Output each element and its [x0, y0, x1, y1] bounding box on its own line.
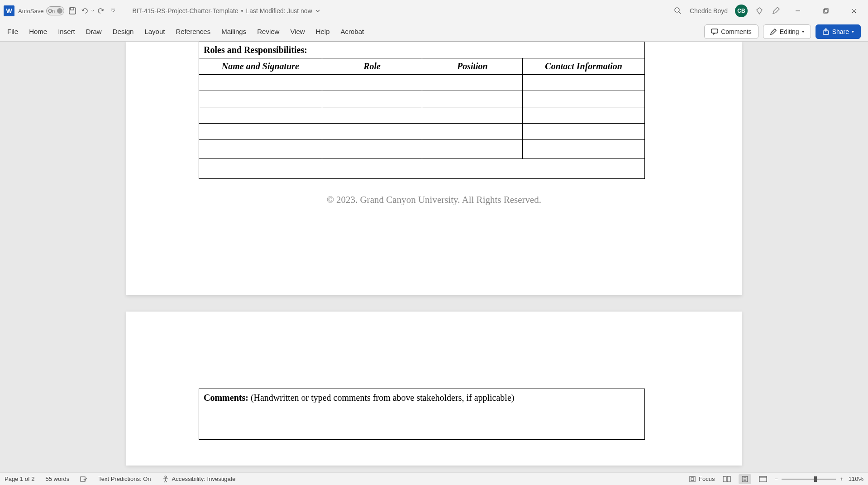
- user-avatar[interactable]: CB: [735, 5, 748, 17]
- tab-help[interactable]: Help: [316, 28, 330, 35]
- text-predictions[interactable]: Text Predictions: On: [98, 475, 151, 482]
- zoom-out-icon[interactable]: −: [775, 475, 778, 482]
- tab-draw[interactable]: Draw: [86, 28, 102, 35]
- svg-rect-22: [759, 476, 767, 482]
- tab-view[interactable]: View: [290, 28, 305, 35]
- undo-dropdown-icon[interactable]: [91, 6, 95, 15]
- chevron-down-icon: ▾: [852, 29, 854, 34]
- tab-acrobat[interactable]: Acrobat: [341, 28, 364, 35]
- print-layout-icon[interactable]: [739, 474, 751, 484]
- svg-rect-10: [711, 29, 718, 33]
- roles-table[interactable]: Roles and Responsibilities: Name and Sig…: [199, 42, 645, 179]
- title-bar: W AutoSave On BIT-415-RS-Project-Charter…: [0, 0, 868, 22]
- table-row[interactable]: [199, 91, 645, 107]
- autosave-toggle[interactable]: AutoSave On: [18, 6, 64, 15]
- zoom-control[interactable]: − +: [775, 475, 843, 482]
- tab-review[interactable]: Review: [257, 28, 279, 35]
- col-header-contact[interactable]: Contact Information: [523, 58, 645, 75]
- comments-button[interactable]: Comments: [704, 24, 758, 39]
- svg-rect-16: [723, 476, 726, 482]
- tab-home[interactable]: Home: [29, 28, 47, 35]
- save-icon[interactable]: [68, 6, 77, 15]
- svg-line-4: [679, 12, 681, 14]
- editing-mode-button[interactable]: Editing ▾: [763, 24, 811, 39]
- comment-icon: [711, 28, 718, 35]
- chevron-down-icon: [315, 8, 320, 14]
- svg-rect-15: [691, 478, 694, 480]
- table-row[interactable]: [199, 107, 645, 124]
- col-header-name[interactable]: Name and Signature: [199, 58, 322, 75]
- maximize-button[interactable]: [816, 4, 836, 18]
- toggle-handle: [57, 8, 62, 14]
- pen-icon[interactable]: [771, 6, 780, 15]
- svg-point-3: [675, 8, 679, 12]
- minimize-button[interactable]: [787, 4, 808, 18]
- svg-rect-0: [69, 8, 76, 14]
- svg-rect-1: [71, 8, 74, 10]
- svg-rect-6: [824, 10, 827, 13]
- tab-file[interactable]: File: [7, 28, 18, 35]
- autosave-switch[interactable]: On: [46, 6, 64, 15]
- pencil-icon: [770, 28, 777, 35]
- tab-mailings[interactable]: Mailings: [221, 28, 246, 35]
- share-button[interactable]: Share ▾: [816, 24, 861, 39]
- search-icon[interactable]: [673, 6, 682, 15]
- read-mode-icon[interactable]: [720, 474, 733, 484]
- zoom-slider-thumb[interactable]: [814, 476, 817, 482]
- modified-label: Last Modified: Just now: [246, 7, 312, 14]
- ribbon-tabs: File Home Insert Draw Design Layout Refe…: [0, 22, 868, 42]
- qat-customize-icon[interactable]: [109, 6, 118, 15]
- web-layout-icon[interactable]: [757, 474, 769, 484]
- svg-rect-14: [690, 476, 695, 482]
- close-button[interactable]: [844, 4, 864, 18]
- table-row[interactable]: [199, 140, 645, 159]
- tab-design[interactable]: Design: [113, 28, 134, 35]
- comments-cell[interactable]: Comments: (Handwritten or typed comments…: [199, 389, 645, 440]
- zoom-in-icon[interactable]: +: [839, 475, 843, 482]
- diamond-icon[interactable]: [755, 6, 764, 15]
- comments-table[interactable]: Comments: (Handwritten or typed comments…: [199, 389, 645, 440]
- roles-section-header[interactable]: Roles and Responsibilities:: [199, 42, 645, 58]
- share-icon: [822, 28, 830, 35]
- document-title[interactable]: BIT-415-RS-Project-Charter-Template • La…: [132, 7, 320, 14]
- comments-label: Comments:: [204, 393, 251, 403]
- svg-point-13: [165, 476, 167, 478]
- spellcheck-icon[interactable]: [80, 475, 87, 483]
- undo-icon[interactable]: [81, 6, 90, 15]
- redo-icon[interactable]: [96, 6, 105, 15]
- tab-insert[interactable]: Insert: [58, 28, 75, 35]
- word-count[interactable]: 55 words: [46, 475, 70, 482]
- svg-rect-17: [727, 476, 730, 482]
- page-2[interactable]: Comments: (Handwritten or typed comments…: [126, 312, 742, 466]
- zoom-level[interactable]: 110%: [849, 475, 863, 482]
- word-app-icon: W: [4, 5, 14, 16]
- tab-layout[interactable]: Layout: [144, 28, 165, 35]
- comments-hint: (Handwritten or typed comments from abov…: [251, 393, 515, 403]
- page-1[interactable]: Roles and Responsibilities: Name and Sig…: [126, 42, 742, 295]
- svg-rect-7: [825, 9, 828, 12]
- chevron-down-icon: ▾: [802, 29, 804, 34]
- doc-name: BIT-415-RS-Project-Charter-Template: [132, 7, 238, 14]
- user-name: Chedric Boyd: [690, 7, 728, 14]
- autosave-label: AutoSave: [18, 8, 43, 14]
- col-header-role[interactable]: Role: [322, 58, 422, 75]
- focus-icon: [689, 475, 696, 483]
- document-canvas[interactable]: Roles and Responsibilities: Name and Sig…: [0, 42, 868, 472]
- tab-references[interactable]: References: [176, 28, 210, 35]
- accessibility-icon: [162, 475, 169, 483]
- page-indicator[interactable]: Page 1 of 2: [5, 475, 35, 482]
- accessibility-check[interactable]: Accessibility: Investigate: [162, 475, 236, 483]
- focus-mode[interactable]: Focus: [689, 475, 715, 483]
- table-row[interactable]: [199, 75, 645, 91]
- table-row[interactable]: [199, 159, 645, 179]
- page-footer: © 2023. Grand Canyon University. All Rig…: [126, 194, 742, 206]
- table-row[interactable]: [199, 124, 645, 140]
- col-header-position[interactable]: Position: [422, 58, 523, 75]
- status-bar: Page 1 of 2 55 words Text Predictions: O…: [0, 472, 868, 485]
- svg-rect-12: [81, 477, 85, 481]
- zoom-slider-track[interactable]: [782, 479, 836, 480]
